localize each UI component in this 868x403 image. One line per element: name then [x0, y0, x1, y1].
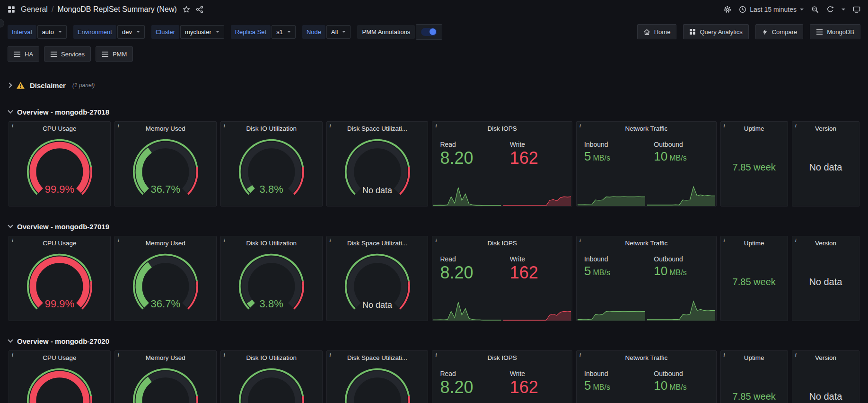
panel-title[interactable]: CPU Usage	[9, 351, 110, 364]
panel-title[interactable]: Disk IOPS	[432, 236, 572, 250]
dashboard-row: Overview - mongodb-27019 i CPU Usage 99.…	[9, 217, 859, 321]
query-analytics-button[interactable]: Query Analytics	[683, 24, 748, 39]
read-iops-sparkline	[433, 186, 501, 206]
breadcrumb-general[interactable]: General	[21, 5, 48, 14]
panel-disk-io-utilization: i Disk IO Utilization 3.8%	[220, 350, 323, 403]
ha-link-button[interactable]: HA	[8, 46, 39, 62]
panel-title[interactable]: Network Traffic	[577, 122, 716, 135]
info-icon[interactable]: i	[224, 352, 225, 358]
variable-value-dropdown[interactable]: auto	[37, 25, 67, 39]
variable-label: Replica Set	[231, 25, 271, 39]
variable-value-dropdown[interactable]: dev	[117, 25, 145, 39]
info-icon[interactable]: i	[118, 123, 119, 128]
star-icon[interactable]	[183, 6, 190, 13]
info-icon[interactable]: i	[330, 123, 331, 128]
panel-title[interactable]: Memory Used	[115, 122, 216, 135]
info-icon[interactable]: i	[795, 123, 797, 128]
panel-disk-iops: i Disk IOPS Read 8.20 Write 162	[432, 350, 572, 403]
panel-disk-space-utilization: i Disk Space Utilizati... No data	[326, 121, 429, 206]
pmm-link-button[interactable]: PMM	[96, 46, 133, 62]
hamburger-icon	[102, 51, 109, 57]
info-icon[interactable]: i	[118, 237, 119, 243]
panel-title[interactable]: CPU Usage	[9, 122, 110, 135]
panel-title[interactable]: CPU Usage	[9, 236, 110, 250]
cpu-gauge: 99.9%	[10, 250, 109, 320]
disclaimer-title: Disclaimer	[30, 81, 66, 90]
info-icon[interactable]: i	[795, 237, 797, 243]
stat-value: 162	[510, 148, 568, 168]
panel-title[interactable]: Disk IO Utilization	[221, 236, 322, 250]
info-icon[interactable]: i	[724, 123, 725, 128]
panel-version: i Version No data	[792, 121, 859, 206]
mongodb-button[interactable]: MongoDB	[810, 24, 860, 39]
panel-title[interactable]: Disk IOPS	[432, 351, 572, 364]
share-icon[interactable]	[196, 6, 203, 13]
row-header[interactable]: Overview - mongodb-27018	[9, 102, 859, 121]
panel-memory-used: i Memory Used 36.7%	[114, 236, 217, 321]
services-link-button[interactable]: Services	[44, 46, 91, 62]
info-icon[interactable]: i	[579, 352, 581, 358]
info-icon[interactable]: i	[435, 123, 437, 128]
disk-iops-stats: Read 8.20 Write 162	[432, 135, 572, 206]
panel-title[interactable]: Network Traffic	[577, 236, 716, 250]
panel-title[interactable]: Disk IO Utilization	[221, 122, 322, 135]
grid-icon	[689, 28, 696, 35]
panel-title[interactable]: Network Traffic	[577, 351, 716, 364]
sidebar-toggle[interactable]	[0, 19, 4, 27]
row-title: Overview - mongodb-27020	[17, 337, 109, 345]
stat-label: Write	[510, 370, 568, 377]
gear-icon[interactable]	[724, 6, 731, 13]
disclaimer-row-header[interactable]: Disclaimer (1 panel)	[8, 79, 860, 92]
panel-uptime: i Uptime 7.85 week	[720, 236, 788, 321]
hamburger-icon	[14, 51, 21, 57]
zoom-out-icon[interactable]	[811, 6, 819, 13]
info-icon[interactable]: i	[12, 352, 13, 358]
info-icon[interactable]: i	[224, 237, 225, 243]
info-icon[interactable]: i	[330, 237, 331, 243]
info-icon[interactable]: i	[118, 352, 119, 358]
hamburger-icon	[50, 51, 57, 57]
stat-number: 10	[654, 264, 667, 278]
monitor-icon[interactable]	[853, 6, 860, 13]
home-button[interactable]: Home	[637, 24, 677, 39]
chevron-down-icon	[216, 31, 219, 33]
info-icon[interactable]: i	[224, 123, 225, 128]
gauge-value: 3.8%	[222, 183, 321, 196]
inbound-sparkline	[578, 184, 645, 206]
panel-title[interactable]: Disk IO Utilization	[221, 351, 322, 364]
info-icon[interactable]: i	[435, 352, 437, 358]
row-header[interactable]: Overview - mongodb-27019	[9, 217, 859, 236]
info-icon[interactable]: i	[579, 123, 581, 128]
panels-row: i CPU Usage 99.9% i Memory Used 36.7% i …	[9, 236, 859, 321]
inbound-sparkline	[578, 299, 645, 321]
info-icon[interactable]: i	[435, 237, 437, 243]
panel-title[interactable]: Memory Used	[115, 351, 216, 364]
panel-title[interactable]: Disk Space Utilizati...	[327, 236, 428, 250]
variable-value-dropdown[interactable]: s1	[272, 25, 296, 39]
refresh-icon[interactable]	[826, 6, 834, 13]
info-icon[interactable]: i	[579, 237, 581, 243]
chevron-down-icon	[342, 31, 346, 33]
panel-title[interactable]: Disk IOPS	[432, 122, 572, 135]
panel-title[interactable]: Disk Space Utilizati...	[327, 351, 428, 364]
apps-grid-icon[interactable]	[8, 6, 15, 13]
info-icon[interactable]: i	[12, 123, 13, 128]
info-icon[interactable]: i	[795, 352, 797, 358]
info-icon[interactable]: i	[12, 237, 13, 243]
info-icon[interactable]: i	[724, 352, 725, 358]
gauge-value: No data	[328, 186, 427, 196]
time-range-picker[interactable]: Last 15 minutes	[739, 6, 804, 13]
panel-title[interactable]: Disk Space Utilizati...	[327, 122, 428, 135]
refresh-interval-chevron-icon[interactable]	[842, 9, 845, 10]
stat-label: Read	[440, 255, 498, 263]
variable-value-dropdown[interactable]: All	[326, 25, 351, 39]
panel-version: i Version No data	[792, 350, 859, 403]
info-icon[interactable]: i	[724, 237, 725, 243]
row-header[interactable]: Overview - mongodb-27020	[9, 331, 859, 350]
pmm-annotations-toggle[interactable]	[421, 28, 437, 36]
variable-value-dropdown[interactable]: mycluster	[180, 25, 224, 39]
compare-button[interactable]: Compare	[755, 24, 803, 39]
disk-io-gauge: 3.8%	[222, 250, 321, 320]
info-icon[interactable]: i	[330, 352, 331, 358]
panel-title[interactable]: Memory Used	[115, 236, 216, 250]
